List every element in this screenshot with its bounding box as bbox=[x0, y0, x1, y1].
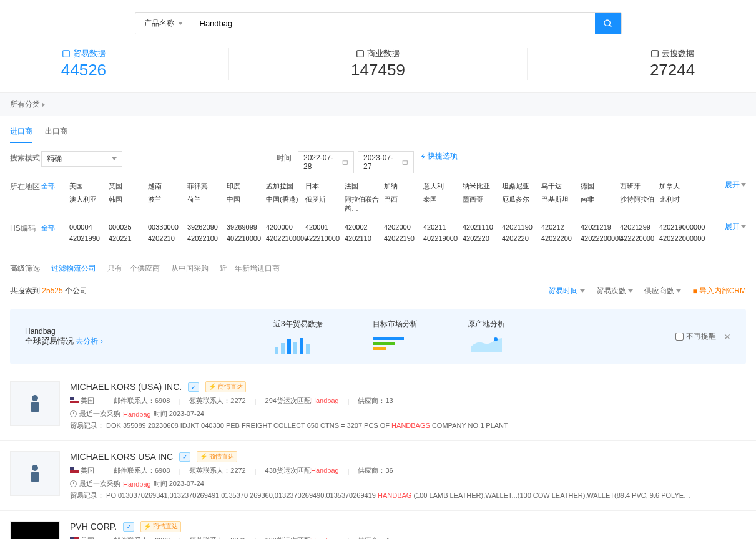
hscode-item[interactable]: 42021110 bbox=[463, 221, 502, 233]
company-logo[interactable] bbox=[10, 451, 60, 496]
export-button[interactable]: ■ 导入内部CRM bbox=[692, 286, 746, 296]
hscode-item[interactable]: 422220000 bbox=[620, 233, 659, 244]
region-item[interactable]: 法国 bbox=[345, 180, 384, 193]
region-item[interactable]: 越南 bbox=[148, 180, 187, 193]
hscode-item[interactable]: 4202220 bbox=[463, 233, 502, 244]
region-item[interactable]: 中国(香港) bbox=[266, 193, 305, 215]
region-item[interactable]: 阿拉伯联合酋… bbox=[345, 193, 384, 215]
region-item[interactable]: 意大利 bbox=[423, 180, 463, 193]
region-expand[interactable]: 展开 bbox=[725, 180, 746, 190]
hscode-item[interactable]: 422210000 bbox=[305, 233, 345, 244]
analysis-link[interactable]: 去分析 › bbox=[76, 337, 102, 346]
hscode-item[interactable]: 420222000000 bbox=[659, 233, 699, 244]
hscode-item[interactable]: 4202210 bbox=[148, 233, 187, 244]
hscode-item[interactable]: 4202110 bbox=[345, 233, 384, 244]
company-logo[interactable] bbox=[10, 381, 60, 426]
analysis-chart[interactable]: 原产地分析 bbox=[468, 319, 505, 354]
hscode-item[interactable]: 420219000000 bbox=[659, 221, 699, 233]
hscode-item[interactable]: 42022100000 bbox=[266, 233, 305, 244]
reach-badge[interactable]: ⚡ 商情直达 bbox=[197, 451, 237, 462]
tab-出口商[interactable]: 出口商 bbox=[45, 122, 67, 143]
company-name[interactable]: MICHAEL KORS (USA) INC. bbox=[70, 382, 182, 392]
region-item[interactable]: 西班牙 bbox=[620, 180, 659, 193]
region-item[interactable]: 孟加拉国 bbox=[266, 180, 305, 193]
region-item[interactable]: 印度 bbox=[227, 180, 266, 193]
adv-filter-item[interactable]: 从中国采购 bbox=[171, 263, 209, 274]
hscode-item[interactable]: 42022190 bbox=[384, 233, 423, 244]
region-item[interactable]: 俄罗斯 bbox=[305, 193, 345, 215]
company-name[interactable]: PVH CORP. bbox=[70, 522, 117, 532]
region-item[interactable]: 澳大利亚 bbox=[69, 193, 109, 215]
stat-cloud[interactable]: 云搜数据27244 bbox=[650, 48, 695, 80]
quick-date-link[interactable]: 快捷选项 bbox=[420, 151, 458, 162]
hscode-item[interactable]: 4202000 bbox=[384, 221, 423, 233]
stat-trade[interactable]: 贸易数据44526 bbox=[61, 48, 106, 80]
hscode-item[interactable]: 42021219 bbox=[581, 221, 620, 233]
sort-option[interactable]: 供应商数 bbox=[644, 286, 681, 296]
hscode-expand[interactable]: 展开 bbox=[725, 221, 746, 232]
hscode-item[interactable]: 42021990 bbox=[69, 233, 109, 244]
region-item[interactable]: 日本 bbox=[305, 180, 345, 193]
hscode-item[interactable]: 42022200000 bbox=[581, 233, 620, 244]
region-item[interactable]: 菲律宾 bbox=[187, 180, 227, 193]
region-item[interactable]: 墨西哥 bbox=[463, 193, 502, 215]
hscode-item[interactable]: 000004 bbox=[69, 221, 109, 233]
adv-filter-item[interactable]: 只有一个供应商 bbox=[107, 263, 160, 274]
hscode-item[interactable]: 420212 bbox=[541, 221, 581, 233]
hscode-item[interactable]: 420001 bbox=[305, 221, 345, 233]
hscode-item[interactable]: 42022100 bbox=[187, 233, 227, 244]
region-item[interactable]: 荷兰 bbox=[187, 193, 227, 215]
hscode-item[interactable]: 420002 bbox=[345, 221, 384, 233]
search-button[interactable] bbox=[595, 13, 621, 34]
hscode-item[interactable]: 39262090 bbox=[187, 221, 227, 233]
date-to-input[interactable]: 2023-07-27 bbox=[358, 151, 414, 173]
close-icon[interactable]: ✕ bbox=[724, 332, 731, 342]
hscode-item[interactable]: 42021299 bbox=[620, 221, 659, 233]
breadcrumb[interactable]: 所有分类 bbox=[0, 93, 756, 116]
region-item[interactable]: 比利时 bbox=[659, 193, 699, 215]
adv-filter-item[interactable]: 过滤物流公司 bbox=[51, 263, 96, 274]
region-item[interactable]: 美国 bbox=[69, 180, 109, 193]
sort-option[interactable]: 贸易时间 bbox=[548, 286, 585, 296]
analysis-chart[interactable]: 近3年贸易数据 bbox=[273, 319, 323, 354]
region-item[interactable]: 波兰 bbox=[148, 193, 187, 215]
region-item[interactable]: 中国 bbox=[227, 193, 266, 215]
hscode-item[interactable]: 42022200 bbox=[541, 233, 581, 244]
sort-option[interactable]: 贸易次数 bbox=[596, 286, 633, 296]
region-item[interactable]: 泰国 bbox=[423, 193, 463, 215]
analysis-chart[interactable]: 目标市场分析 bbox=[373, 319, 418, 354]
search-input[interactable] bbox=[192, 13, 595, 34]
hscode-item[interactable]: 420221 bbox=[109, 233, 148, 244]
search-mode-select[interactable]: 精确 bbox=[41, 151, 122, 167]
hscode-item[interactable]: 39269099 bbox=[227, 221, 266, 233]
hscode-item[interactable]: 000025 bbox=[109, 221, 148, 233]
date-from-input[interactable]: 2022-07-28 bbox=[298, 151, 354, 173]
region-item[interactable]: 巴西 bbox=[384, 193, 423, 215]
company-name[interactable]: MICHAEL KORS USA INC bbox=[70, 452, 173, 462]
region-item[interactable]: 加拿大 bbox=[659, 180, 699, 193]
hscode-item[interactable]: 4200000 bbox=[266, 221, 305, 233]
region-item[interactable]: 巴基斯坦 bbox=[541, 193, 581, 215]
no-remind-checkbox[interactable] bbox=[675, 333, 684, 341]
tab-进口商[interactable]: 进口商 bbox=[10, 122, 32, 143]
region-item[interactable]: 厄瓜多尔 bbox=[502, 193, 541, 215]
region-item[interactable]: 加纳 bbox=[384, 180, 423, 193]
hscode-all[interactable]: 全部 bbox=[41, 221, 69, 235]
hscode-item[interactable]: 00330000 bbox=[148, 221, 187, 233]
region-item[interactable]: 英国 bbox=[109, 180, 148, 193]
region-item[interactable]: 乌干达 bbox=[541, 180, 581, 193]
adv-filter-item[interactable]: 近一年新增进口商 bbox=[220, 263, 280, 274]
region-item[interactable]: 纳米比亚 bbox=[463, 180, 502, 193]
region-item[interactable]: 德国 bbox=[581, 180, 620, 193]
hscode-item[interactable]: 402210000 bbox=[227, 233, 266, 244]
stat-biz[interactable]: 商业数据147459 bbox=[351, 48, 405, 80]
hscode-item[interactable]: 402219000 bbox=[423, 233, 463, 244]
region-item[interactable]: 南非 bbox=[581, 193, 620, 215]
hscode-item[interactable]: 4202220 bbox=[502, 233, 541, 244]
reach-badge[interactable]: ⚡ 商情直达 bbox=[205, 381, 246, 392]
region-all[interactable]: 全部 bbox=[41, 180, 69, 193]
region-item[interactable]: 韩国 bbox=[109, 193, 148, 215]
hscode-item[interactable]: 42021190 bbox=[502, 221, 541, 233]
company-logo[interactable]: PVH bbox=[10, 521, 60, 539]
reach-badge[interactable]: ⚡ 商情直达 bbox=[140, 521, 181, 532]
